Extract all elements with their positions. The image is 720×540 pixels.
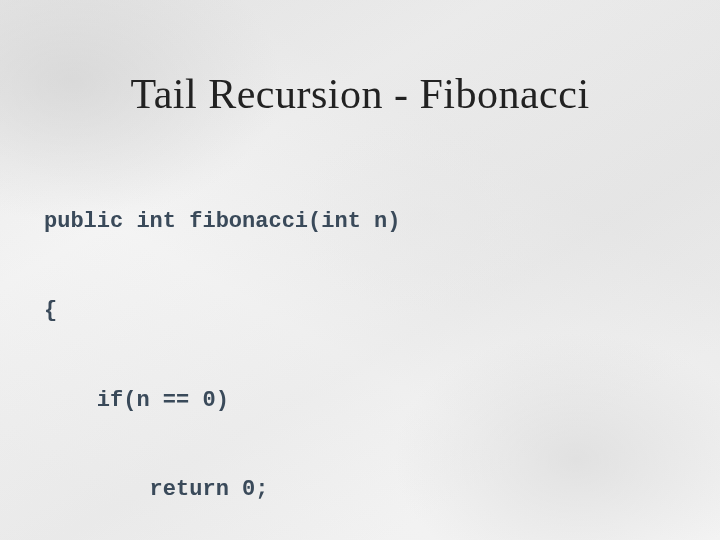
code-line: return 0; [44,475,680,505]
code-block: public int fibonacci(int n) { if(n == 0)… [44,148,680,540]
slide-title: Tail Recursion - Fibonacci [40,70,680,118]
code-line: { [44,296,680,326]
slide-container: Tail Recursion - Fibonacci public int fi… [0,0,720,540]
code-line: public int fibonacci(int n) [44,207,680,237]
code-line: if(n == 0) [44,386,680,416]
